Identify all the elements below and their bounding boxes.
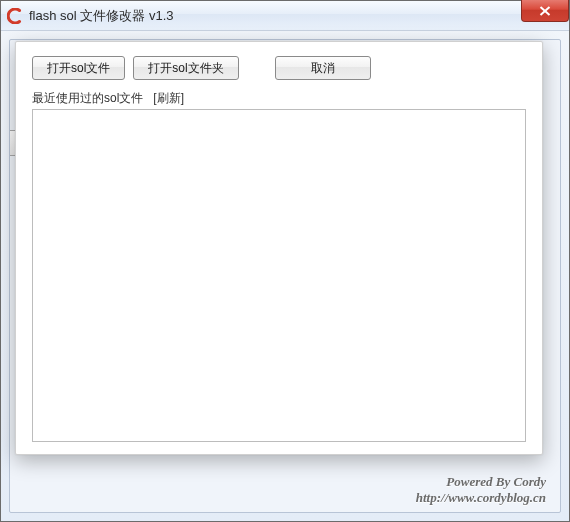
open-file-dialog: 打开sol文件 打开sol文件夹 取消 最近使用过的sol文件 [刷新] [15, 41, 543, 455]
footer-powered-by: Powered By Cordy [416, 474, 546, 490]
open-sol-file-button[interactable]: 打开sol文件 [32, 56, 125, 80]
window-title: flash sol 文件修改器 v1.3 [29, 7, 174, 25]
client-area: Powered By Cordy http://www.cordyblog.cn… [1, 31, 569, 521]
app-icon [7, 8, 23, 24]
dialog-button-row: 打开sol文件 打开sol文件夹 取消 [32, 56, 526, 80]
recent-files-header: 最近使用过的sol文件 [刷新] [32, 90, 526, 107]
recent-files-label: 最近使用过的sol文件 [32, 90, 143, 107]
app-window: flash sol 文件修改器 v1.3 Powered By Cordy ht… [0, 0, 570, 522]
cancel-button[interactable]: 取消 [275, 56, 371, 80]
footer-credits: Powered By Cordy http://www.cordyblog.cn [416, 474, 546, 507]
close-button[interactable] [521, 0, 569, 22]
refresh-link[interactable]: [刷新] [153, 90, 184, 107]
open-sol-folder-button[interactable]: 打开sol文件夹 [133, 56, 238, 80]
close-icon [539, 6, 551, 16]
recent-files-list[interactable] [32, 109, 526, 442]
titlebar: flash sol 文件修改器 v1.3 [1, 1, 569, 31]
footer-url-link[interactable]: http://www.cordyblog.cn [416, 490, 546, 506]
